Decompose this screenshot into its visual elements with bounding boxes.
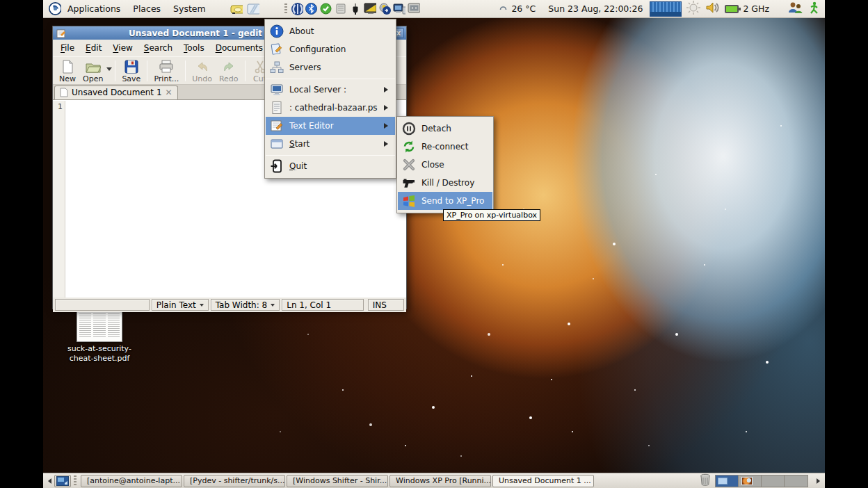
task-pydev[interactable]: [Pydev - shifter/trunk/s... <box>184 475 285 487</box>
windows-logo-icon <box>401 194 417 208</box>
document-icon <box>269 101 284 115</box>
document-tab[interactable]: Unsaved Document 1 ✕ <box>54 86 178 99</box>
show-desktop-button[interactable] <box>54 475 71 487</box>
task-windows-xp[interactable]: Windows XP Pro [Runni... <box>389 475 491 487</box>
save-button[interactable]: Save <box>118 59 144 84</box>
submenu-item-kill[interactable]: Kill / Destroy <box>398 174 492 192</box>
display-icon[interactable] <box>364 3 376 15</box>
submenu-item-close[interactable]: Close <box>398 156 492 174</box>
places-menu[interactable]: Places <box>127 1 167 17</box>
submenu-item-reconnect[interactable]: Re-connect <box>398 138 492 156</box>
desktop-icon-pdf[interactable]: suck-at-security-cheat-sheet.pdf <box>64 310 135 364</box>
workspace-1[interactable] <box>716 475 739 487</box>
menu-documents[interactable]: Documents <box>210 41 268 55</box>
tray-handle[interactable] <box>284 3 287 15</box>
shifter-send-icon[interactable] <box>378 3 391 15</box>
tasklist-handle[interactable] <box>74 475 77 487</box>
computer-tray-icon[interactable] <box>393 3 405 15</box>
language-selector[interactable]: Plain Text <box>152 299 209 311</box>
taskbar-scroll-left[interactable] <box>44 474 53 488</box>
menu-item-start[interactable]: Start <box>266 135 395 153</box>
submenu-arrow-icon <box>384 105 391 111</box>
task-terminal[interactable]: [antoine@antoine-lapt... <box>81 475 182 487</box>
status-message-area <box>55 299 150 311</box>
user-switcher-icon[interactable] <box>787 1 804 17</box>
tooltip: XP_Pro on xp-virtualbox <box>443 209 540 221</box>
clock-label[interactable]: Sun 23 Aug, 22:00:26 <box>548 3 643 14</box>
line-number-gutter: 1 <box>53 101 65 298</box>
workspace-4[interactable] <box>785 475 807 487</box>
screen-tray-icon[interactable] <box>408 3 420 15</box>
workspace-2[interactable] <box>739 475 762 487</box>
weather-icon[interactable] <box>499 3 507 14</box>
gun-icon <box>401 176 417 190</box>
shifter-applet-menu: About Configuration Servers Local Server… <box>264 19 396 179</box>
print-button[interactable]: Print... <box>150 59 182 84</box>
document-icon <box>60 88 68 97</box>
text-editor-icon <box>269 119 284 133</box>
package-icon[interactable] <box>335 3 347 15</box>
run-indicator-icon[interactable] <box>808 1 819 16</box>
workspace-switcher <box>715 475 808 487</box>
screenshot-launcher-icon[interactable] <box>230 3 243 15</box>
chevron-down-icon <box>200 304 204 309</box>
task-windows-shifter[interactable]: [Windows Shifter - Shir... <box>287 475 388 487</box>
menu-view[interactable]: View <box>107 41 138 55</box>
workspace-3[interactable] <box>762 475 785 487</box>
menu-file[interactable]: File <box>55 41 80 55</box>
brightness-icon[interactable] <box>686 0 701 17</box>
text-editor-submenu: Detach Re-connect Close Kill / Destroy S… <box>396 116 494 213</box>
refresh-icon <box>401 140 417 154</box>
quit-icon <box>269 159 284 173</box>
chevron-down-icon <box>271 304 275 309</box>
menu-tools[interactable]: Tools <box>178 41 210 55</box>
menu-edit[interactable]: Edit <box>80 41 107 55</box>
cursor-position: Ln 1, Col 1 <box>282 299 364 311</box>
taskbar-scroll-right[interactable] <box>815 474 824 488</box>
insert-mode-indicator: INS <box>368 299 404 311</box>
info-icon <box>269 24 284 38</box>
system-monitor-applet[interactable] <box>650 1 682 17</box>
menu-search[interactable]: Search <box>138 41 178 55</box>
menu-item-cathedral-bazaar[interactable]: : cathedral-bazaar.ps <box>266 99 395 117</box>
battery-icon[interactable] <box>725 5 739 13</box>
redo-button: Redo <box>216 59 242 84</box>
tab-width-selector[interactable]: Tab Width: 8 <box>211 299 280 311</box>
desktop-icon-label: suck-at-security-cheat-sheet.pdf <box>64 344 135 364</box>
temperature-label[interactable]: 26 °C <box>511 3 536 14</box>
shifter-applet-icon[interactable] <box>291 3 303 15</box>
trash-icon[interactable] <box>700 473 711 488</box>
menu-item-about[interactable]: About <box>266 22 395 40</box>
connector-icon[interactable] <box>349 3 362 15</box>
menu-item-text-editor[interactable]: Text Editor <box>266 117 395 135</box>
menu-item-configuration[interactable]: Configuration <box>266 40 395 58</box>
open-button[interactable]: Open <box>79 59 106 84</box>
menu-item-servers[interactable]: Servers <box>266 58 395 76</box>
task-gedit[interactable]: Unsaved Document 1 ... <box>492 475 594 487</box>
top-panel: Applications Places System <box>43 0 825 18</box>
new-button[interactable]: New <box>56 59 79 84</box>
submenu-arrow-icon <box>384 123 391 129</box>
sync-ok-icon[interactable] <box>320 3 332 15</box>
window-launcher-icon[interactable] <box>247 3 259 15</box>
menu-item-quit[interactable]: Quit <box>266 157 395 175</box>
applications-menu[interactable]: Applications <box>61 1 127 17</box>
screen: suck-at-security-cheat-sheet.pdf Unsaved… <box>43 0 825 488</box>
cpu-freq-label[interactable]: 2 GHz <box>743 3 769 14</box>
open-dropdown-arrow[interactable] <box>106 67 112 74</box>
undo-button: Undo <box>188 59 216 84</box>
system-menu[interactable]: System <box>167 1 212 17</box>
bluetooth-icon[interactable] <box>305 3 318 15</box>
menu-item-local-server[interactable]: Local Server : <box>266 81 395 99</box>
volume-icon[interactable] <box>705 1 721 17</box>
gedit-statusbar: Plain Text Tab Width: 8 Ln 1, Col 1 INS <box>53 298 406 312</box>
submenu-item-detach[interactable]: Detach <box>398 120 492 138</box>
pdf-thumbnail-icon <box>77 310 122 342</box>
network-icon <box>269 60 284 74</box>
configuration-icon <box>269 42 284 56</box>
submenu-item-send-to-xp-pro[interactable]: Send to XP_Pro <box>398 192 492 210</box>
pause-icon <box>401 122 417 136</box>
computer-icon <box>269 83 284 97</box>
tab-close-icon[interactable]: ✕ <box>166 88 172 97</box>
distro-logo-icon[interactable] <box>49 3 61 15</box>
